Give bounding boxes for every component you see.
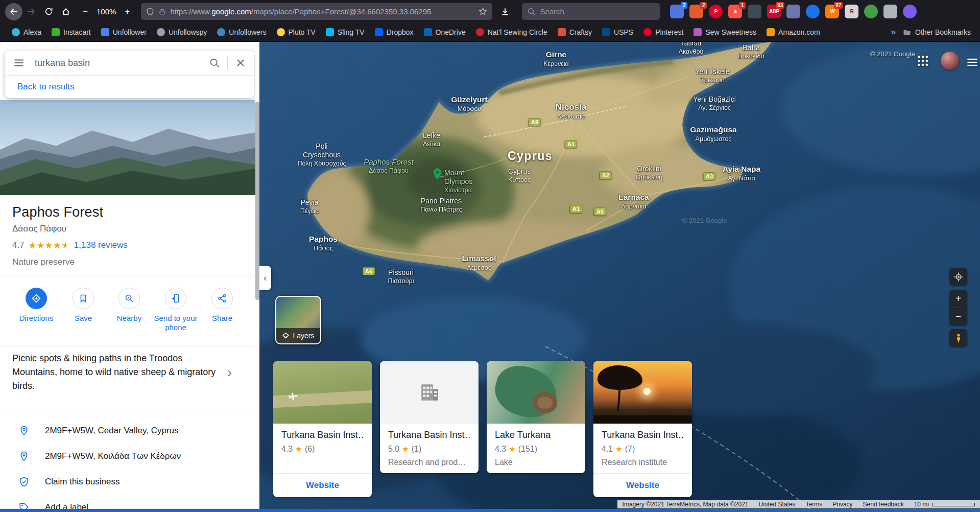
- other-bookmarks-folder[interactable]: Other Bookmarks: [903, 28, 973, 36]
- browser-extension-icon[interactable]: [883, 5, 897, 18]
- bookmark-item[interactable]: USPS: [597, 26, 638, 38]
- road-badge: A3: [703, 172, 715, 180]
- zoom-in-button[interactable]: +: [121, 3, 134, 20]
- zoom-out-button[interactable]: −: [79, 3, 92, 20]
- my-location-button[interactable]: [949, 268, 967, 286]
- panel-scrollbar[interactable]: [255, 42, 259, 512]
- bookmark-item[interactable]: Unfollower: [97, 26, 151, 38]
- chevron-right-icon: ›: [217, 352, 232, 393]
- rating-value: 4.7: [12, 240, 25, 250]
- map-zoom-in-button[interactable]: +: [949, 290, 967, 308]
- send-feedback-link[interactable]: Send feedback: [863, 501, 904, 508]
- browser-extension-icon[interactable]: [786, 5, 800, 18]
- claim-business-row[interactable]: Claim this business: [0, 469, 255, 495]
- divider: [0, 346, 255, 346]
- account-avatar[interactable]: [941, 52, 959, 70]
- bookmark-star-icon[interactable]: [479, 7, 487, 16]
- tracking-shield-icon[interactable]: [146, 8, 154, 16]
- result-card[interactable]: Lake Turkana 4.3★(151) Lake: [487, 361, 585, 473]
- website-button[interactable]: Website: [593, 473, 692, 497]
- bookmark-item[interactable]: Alexa: [7, 26, 46, 38]
- bookmark-item[interactable]: Sling TV: [321, 26, 369, 38]
- map-zoom-control: + −: [949, 290, 967, 325]
- search-icon[interactable]: [209, 57, 220, 68]
- bookmark-item[interactable]: Dropbox: [370, 26, 418, 38]
- place-photo[interactable]: [0, 100, 255, 195]
- pegman-street-view[interactable]: [949, 329, 967, 347]
- collapse-panel-arrow[interactable]: ‹: [259, 266, 271, 290]
- browser-extension-icon[interactable]: [903, 5, 917, 18]
- forward-button[interactable]: [22, 3, 40, 20]
- browser-extension-icon[interactable]: 2: [689, 5, 703, 18]
- zoom-level[interactable]: 100%: [93, 7, 119, 16]
- bookmark-item[interactable]: Unfollowspy: [152, 26, 211, 38]
- terms-link[interactable]: Terms: [806, 501, 823, 508]
- send-to-phone-button[interactable]: Send to your phone: [152, 288, 199, 332]
- address-bar[interactable]: https://www.google.com/maps/place/Paphos…: [141, 3, 492, 20]
- lock-icon[interactable]: [158, 8, 166, 15]
- place-category[interactable]: Nature preserve: [12, 257, 75, 267]
- menu-icon[interactable]: [966, 56, 978, 71]
- save-button[interactable]: Save: [60, 288, 107, 323]
- bookmark-item[interactable]: Amazon.com: [762, 26, 825, 38]
- menu-icon[interactable]: [13, 57, 25, 68]
- address-row[interactable]: 2M9F+W5W, Cedar Valley, Cyprus: [0, 418, 255, 444]
- share-button[interactable]: Share: [199, 288, 246, 323]
- nearby-button[interactable]: Nearby: [106, 288, 153, 323]
- directions-button[interactable]: Directions: [13, 288, 60, 323]
- bookmark-favicon: [277, 28, 285, 36]
- bookmarks-overflow-chevron[interactable]: »: [885, 27, 902, 37]
- browser-search-input[interactable]: [540, 7, 655, 16]
- folder-icon: [903, 28, 911, 36]
- address-row[interactable]: 2M9F+W5W, Κοιλάδα Των Κέδρων: [0, 444, 255, 469]
- bookmark-item[interactable]: Pinterest: [639, 26, 688, 38]
- browser-extension-icon[interactable]: a1: [728, 5, 742, 18]
- bookmark-item[interactable]: Instacart: [47, 26, 95, 38]
- reviews-link[interactable]: 1,138 reviews: [74, 240, 128, 250]
- place-description-row[interactable]: Picnic spots & hiking paths in the Trood…: [12, 352, 232, 393]
- browser-extension-icon[interactable]: 2: [670, 5, 684, 18]
- map-watermark: © 2021 Google: [682, 217, 727, 224]
- pinterest-extension-icon[interactable]: P: [709, 5, 723, 18]
- map-pin-extension-icon[interactable]: [806, 5, 820, 18]
- scrollbar-thumb[interactable]: [255, 102, 259, 300]
- close-search-icon[interactable]: [235, 57, 246, 68]
- result-title: Turkana Basin Inst…: [281, 430, 364, 440]
- leaf-extension-icon[interactable]: [864, 5, 878, 18]
- verified-badge-icon: [18, 476, 30, 487]
- result-card[interactable]: Turkana Basin Inst… 4.1★(7) Research ins…: [593, 361, 692, 497]
- browser-extension-icon[interactable]: W97: [825, 5, 839, 18]
- reload-button[interactable]: [40, 3, 57, 20]
- search-card: Back to results: [5, 51, 254, 98]
- back-button[interactable]: [5, 3, 22, 20]
- bookmark-item[interactable]: OneDrive: [419, 26, 470, 38]
- website-button[interactable]: Website: [273, 473, 372, 497]
- region-label: United States: [759, 501, 796, 508]
- privacy-link[interactable]: Privacy: [832, 501, 852, 508]
- bookmark-item[interactable]: Unfollowers: [212, 26, 271, 38]
- result-card[interactable]: Turkana Basin Inst… 5.0★(1) Research and…: [380, 361, 479, 473]
- map-zoom-out-button[interactable]: −: [949, 308, 967, 326]
- back-to-results-link[interactable]: Back to results: [5, 75, 254, 98]
- bookmark-item[interactable]: Pluto TV: [272, 26, 320, 38]
- downloads-button[interactable]: [496, 3, 514, 20]
- home-button[interactable]: [57, 3, 75, 20]
- tree-shape: [617, 387, 620, 411]
- phone-icon: [165, 288, 186, 309]
- bookmark-item[interactable]: Sew Sweetness: [689, 26, 761, 38]
- browser-search-bar[interactable]: [522, 3, 660, 20]
- bookmark-item[interactable]: Craftsy: [553, 26, 596, 38]
- google-apps-grid-icon[interactable]: [916, 54, 929, 69]
- map-canvas[interactable]: TatlısuΑκανθού BafraΒοκολίδα GirneΚερύνε…: [259, 42, 980, 512]
- result-card[interactable]: Turkana Basin Inst… 4.3★(6) Website: [273, 361, 372, 497]
- adblock-extension-icon[interactable]: ABP93: [767, 5, 781, 18]
- browser-extension-icon[interactable]: R: [845, 5, 858, 18]
- layers-control[interactable]: Layers: [275, 296, 321, 344]
- browser-extension-icon[interactable]: [748, 5, 761, 18]
- extension-badge: 1: [739, 2, 746, 9]
- extension-badge: 97: [834, 2, 843, 9]
- bookmark-item[interactable]: Nat'l Sewing Circle: [471, 26, 552, 38]
- maps-search-input[interactable]: [35, 58, 207, 68]
- park-marker-icon[interactable]: [433, 168, 442, 182]
- photo-layer: [533, 392, 557, 413]
